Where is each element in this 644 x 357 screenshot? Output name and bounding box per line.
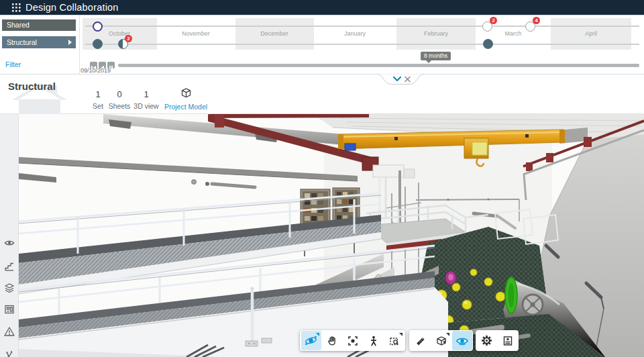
stat-3d-view: 1 3D view	[131, 74, 161, 110]
package-marker-solid[interactable]	[483, 39, 493, 49]
layers-icon[interactable]	[4, 283, 15, 293]
section-box-icon	[435, 335, 447, 347]
timeline-collapse-tab	[377, 74, 424, 86]
flyout-arrow-icon	[399, 333, 402, 336]
flyout-arrow-icon	[316, 333, 319, 336]
month-label: February	[409, 30, 463, 37]
app-header: Design Collaboration	[0, 0, 644, 15]
project-model-link[interactable]: Project Model	[164, 74, 208, 111]
milestone-marker-purple[interactable]	[93, 21, 103, 32]
filter-link[interactable]: Filter	[5, 60, 21, 68]
viewer-side-toolbar	[0, 114, 19, 357]
pan-hand-icon	[326, 335, 338, 347]
first-person-icon	[368, 335, 380, 347]
month-label: April	[564, 30, 618, 37]
minimap-icon[interactable]	[4, 304, 15, 315]
versions-branch-icon[interactable]	[4, 349, 15, 357]
pump-magenta	[445, 271, 456, 285]
range-tooltip: 8 months	[421, 52, 451, 60]
zoom-icon	[347, 335, 359, 347]
issues-warning-icon[interactable]	[4, 326, 15, 337]
3d-viewport[interactable]	[19, 114, 644, 357]
model-cube-icon	[181, 88, 191, 98]
visibility-eye-icon[interactable]	[4, 238, 15, 248]
first-person-button[interactable]	[364, 331, 384, 350]
viewer-settings-toolbar	[476, 330, 519, 351]
page-title: Design Collaboration	[25, 0, 119, 15]
timeline-panel: October November December January Februa…	[79, 15, 644, 74]
bim-data-eye-button[interactable]	[452, 331, 472, 350]
sidebar-item-shared[interactable]: Shared	[2, 19, 76, 31]
month-label: January	[328, 30, 382, 37]
measure-icon	[415, 335, 427, 347]
marker-badge: 2	[490, 17, 497, 24]
timeline-track-top	[85, 26, 639, 27]
arrow-right-icon	[68, 40, 72, 45]
stat-sheets: 0 Sheets	[105, 74, 134, 110]
viewer-nav-toolbar	[300, 330, 405, 351]
design-collaboration-app: Design Collaboration Shared Structural F…	[0, 0, 644, 357]
gear-icon	[480, 334, 493, 347]
pan-button[interactable]	[322, 331, 342, 350]
month-label: December	[248, 30, 301, 37]
viewer-tools-toolbar	[409, 330, 473, 351]
screens-button[interactable]	[498, 331, 518, 350]
measure-button[interactable]	[411, 331, 431, 350]
grid-menu-icon[interactable]	[12, 3, 21, 12]
month-label: November	[169, 30, 223, 37]
marker-badge: 4	[533, 17, 540, 24]
info-bar-divider	[0, 74, 644, 74]
package-marker-solid[interactable]	[93, 39, 103, 49]
flyout-arrow-icon	[446, 333, 449, 336]
month-label: March	[486, 30, 540, 37]
section-button[interactable]	[431, 331, 451, 350]
sidebar-item-structural[interactable]: Structural	[2, 36, 76, 48]
zoom-window-button[interactable]	[384, 331, 405, 350]
zoom-window-icon	[388, 335, 400, 347]
current-date: 09/10/2019	[80, 67, 111, 74]
marker-badge: 2	[125, 35, 132, 42]
zoom-button[interactable]	[343, 331, 363, 350]
timeline-track-bottom	[85, 44, 639, 45]
month-label: October	[93, 30, 146, 37]
bim-eye-icon	[455, 334, 469, 348]
screens-panel-icon	[502, 335, 514, 347]
orbit-button[interactable]	[301, 331, 321, 350]
settings-button[interactable]	[477, 331, 497, 350]
package-info-bar: Structural 1 Set 0 Sheets 1 3D view Proj…	[0, 74, 644, 113]
timeline-scrubber[interactable]	[118, 64, 639, 67]
levels-icon[interactable]	[4, 261, 15, 272]
package-title: Structural	[8, 81, 56, 92]
